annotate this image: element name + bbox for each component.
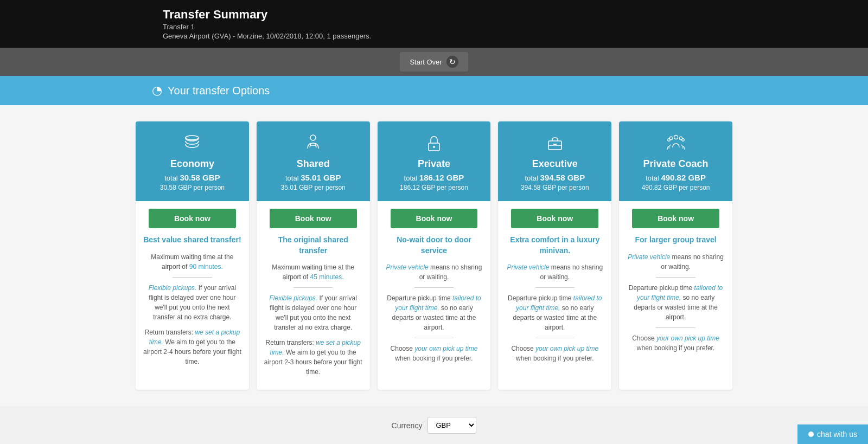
private-text3-post: when booking if you prefer. <box>395 355 473 362</box>
economy-book-button[interactable]: Book now <box>149 209 236 228</box>
private-coach-divider2 <box>656 327 695 328</box>
cards-container: Economy total 30.58 GBP 30.58 GBP per pe… <box>136 121 732 390</box>
currency-select[interactable]: GBP EUR USD CHF <box>427 417 476 434</box>
private-text3: Choose your own pick up time when bookin… <box>385 344 483 363</box>
start-over-button[interactable]: Start Over ↻ <box>400 52 468 72</box>
economy-total: total 30.58 GBP <box>144 173 241 182</box>
private-coach-text3: Choose your own pick up time when bookin… <box>627 333 725 353</box>
private-coach-text1-link: Private vehicle <box>628 253 670 261</box>
card-economy-header: Economy total 30.58 GBP 30.58 GBP per pe… <box>136 121 249 201</box>
section-title: Your transfer Options <box>168 85 270 97</box>
shared-text3-pre: Return transfers: <box>265 339 316 346</box>
economy-desc: Best value shared transfer! <box>143 235 241 246</box>
private-coach-desc: For larger group travel <box>627 235 725 246</box>
private-divider2 <box>414 338 454 338</box>
shared-title: Shared <box>265 158 362 170</box>
card-shared-header: Shared total 35.01 GBP 35.01 GBP per per… <box>257 121 370 201</box>
private-coach-text3-post: when booking if you prefer. <box>637 344 714 352</box>
private-coach-total: total 490.82 GBP <box>627 173 724 182</box>
executive-text3: Choose your own pick up time when bookin… <box>506 344 604 363</box>
executive-text1-post: means no sharing or waiting. <box>540 263 603 281</box>
arrow-circle-icon: ↻ <box>446 56 458 68</box>
executive-title: Executive <box>506 158 603 170</box>
page-title: Transfer Summary <box>163 8 857 22</box>
executive-divider1 <box>535 287 575 288</box>
header: Transfer Summary Transfer 1 Geneva Airpo… <box>0 0 868 48</box>
private-text3-pre: Choose <box>391 345 415 352</box>
card-private: Private total 186.12 GBP 186.12 GBP per … <box>378 121 491 390</box>
chat-label: chat with us <box>817 430 857 439</box>
private-coach-book-button[interactable]: Book now <box>632 209 719 228</box>
private-coach-text3-link: your own pick up time <box>656 334 719 342</box>
card-private-coach-body: Book now For larger group travel Private… <box>619 201 732 390</box>
economy-per-person: 30.58 GBP per person <box>144 184 241 191</box>
chat-button[interactable]: chat with us <box>797 424 868 444</box>
private-coach-text2: Departure pickup time tailored to your f… <box>627 283 725 322</box>
private-total-label: total <box>404 174 418 182</box>
executive-text1-link: Private vehicle <box>507 263 549 271</box>
section-header: ◔ Your transfer Options <box>0 76 868 105</box>
executive-total-label: total <box>525 174 538 182</box>
economy-text1-highlight: 90 minutes. <box>189 263 223 271</box>
shared-book-button[interactable]: Book now <box>270 209 357 228</box>
private-coach-total-price: 490.82 GBP <box>661 173 706 182</box>
svg-point-10 <box>674 136 678 139</box>
private-text2-pre: Departure pickup time <box>387 294 452 302</box>
executive-icon <box>544 132 566 154</box>
executive-text3-pre: Choose <box>511 345 535 352</box>
private-coach-text1-post: means no sharing or waiting. <box>661 253 724 271</box>
executive-total-price: 394.58 GBP <box>540 173 585 182</box>
economy-total-label: total <box>164 174 178 182</box>
currency-row: Currency GBP EUR USD CHF <box>0 406 868 444</box>
shared-text1: Maximum waiting time at the airport of 4… <box>264 262 362 282</box>
svg-point-6 <box>433 146 435 148</box>
card-shared: Shared total 35.01 GBP 35.01 GBP per per… <box>257 121 370 390</box>
private-total-price: 186.12 GBP <box>419 173 464 182</box>
private-text3-link: your own pick up time <box>414 345 477 352</box>
start-over-label: Start Over <box>410 58 442 66</box>
shared-text3: Return transfers: we set a pickup time. … <box>264 338 362 377</box>
private-icon <box>423 132 445 154</box>
svg-point-13 <box>667 139 670 141</box>
private-per-person: 186.12 GBP per person <box>386 184 483 191</box>
main-content: Economy total 30.58 GBP 30.58 GBP per pe… <box>0 105 868 406</box>
card-economy-body: Book now Best value shared transfer! Max… <box>136 201 249 390</box>
transfer-number: Transfer 1 <box>163 23 857 31</box>
private-coach-text3-pre: Choose <box>632 334 656 342</box>
private-coach-text2-pre: Departure pickup time <box>629 284 694 292</box>
card-executive-body: Book now Extra comfort in a luxury miniv… <box>498 201 611 390</box>
shared-text1-highlight: 45 minutes. <box>310 273 344 281</box>
shared-divider1 <box>293 287 333 288</box>
shared-text2-link: Flexible pickups. <box>269 294 317 302</box>
private-divider1 <box>414 287 454 288</box>
economy-text3-pre: Return transfers: <box>145 329 195 336</box>
executive-total: total 394.58 GBP <box>506 173 603 182</box>
chat-dot-icon <box>808 432 814 437</box>
card-private-coach: Private Coach total 490.82 GBP 490.82 GB… <box>619 121 732 390</box>
private-text1: Private vehicle means no sharing or wait… <box>385 262 483 282</box>
executive-text2: Departure pickup time tailored to your f… <box>506 293 604 332</box>
shared-total: total 35.01 GBP <box>265 173 362 182</box>
economy-total-price: 30.58 GBP <box>180 173 220 182</box>
shared-total-price: 35.01 GBP <box>301 173 341 182</box>
private-total: total 186.12 GBP <box>386 173 483 182</box>
navbar: Start Over ↻ <box>0 48 868 76</box>
economy-text2: Flexible pickups. If your arrival flight… <box>143 283 241 322</box>
card-economy: Economy total 30.58 GBP 30.58 GBP per pe… <box>136 121 249 390</box>
executive-text1: Private vehicle means no sharing or wait… <box>506 262 604 282</box>
refresh-icon: ◔ <box>152 83 162 98</box>
shared-icon <box>302 132 324 154</box>
private-text1-link: Private vehicle <box>386 263 429 271</box>
private-book-button[interactable]: Book now <box>391 209 478 228</box>
executive-per-person: 394.58 GBP per person <box>506 184 603 191</box>
svg-point-1 <box>310 135 316 140</box>
card-private-header: Private total 186.12 GBP 186.12 GBP per … <box>378 121 491 201</box>
shared-per-person: 35.01 GBP per person <box>265 184 362 191</box>
executive-divider2 <box>535 338 575 338</box>
economy-text1: Maximum waiting time at the airport of 9… <box>143 252 241 272</box>
executive-book-button[interactable]: Book now <box>511 209 598 228</box>
card-private-body: Book now No-wait door to door service Pr… <box>378 201 491 390</box>
executive-text2-pre: Departure pickup time <box>508 294 573 302</box>
card-shared-body: Book now The original shared transfer Ma… <box>257 201 370 390</box>
transfer-details: Geneva Airport (GVA) - Morzine, 10/02/20… <box>163 32 857 40</box>
